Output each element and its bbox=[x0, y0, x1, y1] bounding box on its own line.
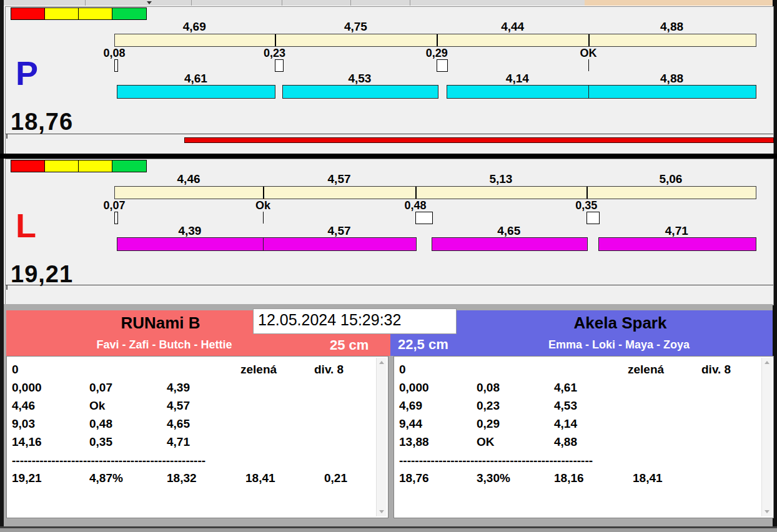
split-cell: 4,39 bbox=[167, 381, 190, 395]
traffic-light bbox=[44, 160, 79, 172]
summary-cell: 18,41 bbox=[245, 471, 275, 485]
panel-divider-line bbox=[6, 134, 773, 134]
split-bar-tick bbox=[415, 187, 417, 199]
dog-time-bar bbox=[598, 237, 756, 251]
team-name: RUNami B bbox=[121, 313, 200, 333]
split-cell: 0,000 bbox=[399, 381, 429, 395]
split-time-label: 5,13 bbox=[489, 172, 512, 186]
traffic-light bbox=[11, 160, 46, 172]
status-count: 0 bbox=[12, 363, 19, 377]
lane-letter: L bbox=[16, 208, 36, 243]
split-cell: 14,16 bbox=[12, 435, 42, 449]
traffic-light bbox=[11, 7, 46, 20]
dog-time-label: 4,14 bbox=[506, 72, 529, 86]
traffic-light bbox=[78, 160, 113, 172]
fault-indicator-box bbox=[114, 212, 118, 224]
split-bar-tick bbox=[275, 34, 276, 46]
vertical-scrollbar[interactable] bbox=[761, 358, 772, 516]
fault-time-label: 0,07 bbox=[103, 199, 125, 212]
scroll-down-icon[interactable] bbox=[379, 510, 384, 513]
fault-time-label: 0,29 bbox=[426, 47, 448, 60]
summary-cell: 18,41 bbox=[633, 471, 663, 485]
status-color-label: zelená bbox=[240, 363, 277, 377]
fault-indicator-box bbox=[437, 59, 448, 72]
split-bar bbox=[114, 34, 756, 47]
scroll-up-icon[interactable] bbox=[379, 361, 384, 364]
ok-tick bbox=[588, 59, 589, 71]
dog-time-label: 4,53 bbox=[348, 72, 371, 86]
lane-separator-bar bbox=[0, 154, 777, 159]
jump-height: 22,5 cm bbox=[398, 337, 448, 353]
split-cell: 0,07 bbox=[89, 381, 112, 395]
toolbar-separator bbox=[85, 0, 86, 6]
background-window-strip bbox=[585, 0, 776, 6]
split-cell: 4,14 bbox=[554, 417, 577, 431]
split-cell: 9,44 bbox=[399, 417, 422, 431]
split-cell: 0,48 bbox=[89, 417, 112, 431]
summary-cell: 4,87% bbox=[89, 471, 123, 485]
split-cell: Ok bbox=[89, 399, 105, 413]
jump-height: 25 cm bbox=[330, 337, 369, 353]
scroll-down-icon[interactable] bbox=[765, 510, 770, 513]
scroll-up-icon[interactable] bbox=[765, 361, 770, 364]
dog-time-bar bbox=[117, 237, 264, 251]
status-division: div. 8 bbox=[701, 363, 731, 377]
dog-time-bar bbox=[447, 85, 589, 99]
background-toolbar-strip bbox=[4, 0, 773, 6]
split-cell: 4,69 bbox=[399, 399, 422, 413]
fault-time-label: 0,35 bbox=[575, 199, 597, 212]
dog-time-label: 4,39 bbox=[178, 224, 201, 238]
team-dogs: Favi - Zafi - Butch - Hettie bbox=[96, 338, 232, 352]
split-cell: 4,61 bbox=[554, 381, 577, 395]
summary-cell: 18,76 bbox=[399, 471, 429, 485]
traffic-light bbox=[44, 7, 79, 20]
chevron-down-icon bbox=[147, 1, 152, 4]
team-dogs: Emma - Loki - Maya - Zoya bbox=[548, 338, 690, 352]
summary-cell: 18,16 bbox=[554, 471, 584, 485]
split-cell: 4,71 bbox=[167, 435, 190, 449]
split-bar-tick bbox=[588, 34, 590, 46]
split-cell: 9,03 bbox=[12, 417, 35, 431]
toolbar-separator bbox=[282, 0, 282, 6]
dog-time-bar bbox=[282, 85, 438, 99]
split-bar-tick bbox=[437, 34, 438, 46]
vertical-scrollbar[interactable] bbox=[376, 358, 387, 516]
ok-tick bbox=[263, 212, 264, 224]
dog-time-label: 4,65 bbox=[497, 224, 520, 238]
split-cell: 4,46 bbox=[12, 399, 35, 413]
fault-time-label: 0,48 bbox=[405, 199, 427, 212]
dog-time-label: 4,57 bbox=[328, 224, 351, 238]
fault-time-label: 0,08 bbox=[103, 47, 125, 60]
split-cell: 0,29 bbox=[477, 417, 500, 431]
split-time-label: 5,06 bbox=[659, 172, 682, 186]
split-bar bbox=[114, 186, 756, 199]
lane-p-panel: P 4,690,084,614,750,234,534,440,294,144,… bbox=[5, 6, 774, 155]
lane-total-time: 19,21 bbox=[11, 261, 73, 288]
results-section: RUNami B Favi - Zafi - Butch - Hettie 25… bbox=[4, 304, 773, 526]
split-cell: 4,57 bbox=[167, 399, 190, 413]
split-cell: 0,000 bbox=[12, 381, 42, 395]
dog-time-bar bbox=[263, 237, 417, 251]
split-time-label: 4,44 bbox=[501, 20, 524, 34]
panel-tick bbox=[6, 134, 7, 139]
overrun-progress-bar bbox=[184, 137, 774, 143]
datetime-text: 12.05.2024 15:29:32 bbox=[258, 311, 401, 329]
split-cell: OK bbox=[477, 435, 495, 449]
split-time-label: 4,46 bbox=[177, 172, 200, 186]
dog-time-label: 4,88 bbox=[660, 72, 683, 86]
toolbar-separator bbox=[350, 0, 351, 6]
datetime-box: 12.05.2024 15:29:32 bbox=[253, 308, 457, 334]
summary-cell: 18,32 bbox=[167, 471, 197, 485]
result-table-right: 0zelenádiv. 80,0000,084,614,690,234,539,… bbox=[393, 356, 774, 518]
fault-time-label: 0,23 bbox=[264, 47, 285, 60]
status-count: 0 bbox=[399, 363, 406, 377]
dog-time-label: 4,71 bbox=[665, 224, 688, 238]
dog-time-bar bbox=[588, 85, 756, 99]
split-time-label: 4,88 bbox=[660, 20, 683, 34]
fault-indicator-box bbox=[114, 59, 118, 72]
traffic-light bbox=[112, 160, 147, 172]
summary-cell: 19,21 bbox=[12, 471, 42, 485]
split-cell: 4,88 bbox=[554, 435, 577, 449]
panel-divider-line bbox=[6, 285, 773, 285]
toolbar-separator bbox=[191, 0, 192, 6]
